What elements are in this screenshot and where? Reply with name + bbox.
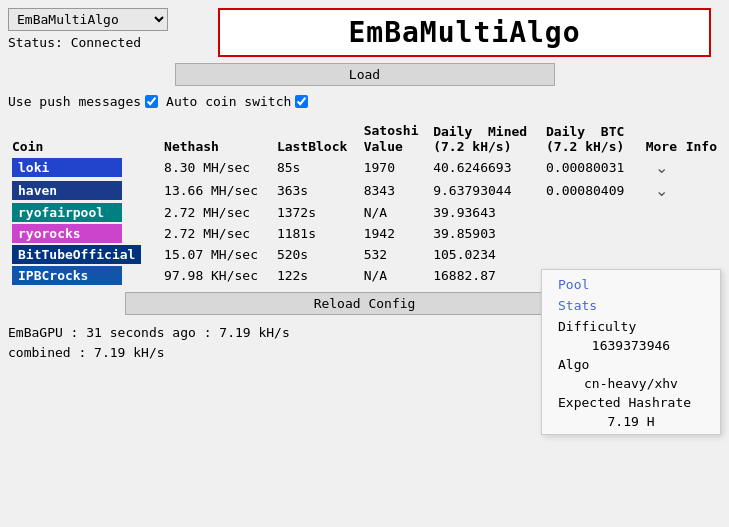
more-cell: ⌄ bbox=[642, 156, 682, 179]
coin-badge: ryofairpool bbox=[12, 203, 122, 222]
chevron-button[interactable]: ⌄ bbox=[651, 158, 672, 177]
table-row: BitTubeOfficial15.07 MH/sec520s532105.02… bbox=[8, 244, 721, 265]
more-cell bbox=[642, 223, 682, 244]
satoshi-cell: 8343 bbox=[360, 179, 430, 202]
options-row: Use push messages Auto coin switch bbox=[8, 94, 721, 109]
app-title: EmBaMultiAlgo bbox=[218, 8, 711, 57]
nethash-cell: 8.30 MH/sec bbox=[160, 156, 273, 179]
algo-select[interactable]: EmBaMultiAlgo bbox=[8, 8, 168, 31]
lastblock-cell: 363s bbox=[273, 179, 360, 202]
col-nethash: Nethash bbox=[160, 121, 273, 156]
more-cell: ⌄ bbox=[642, 179, 682, 202]
satoshi-cell: 1970 bbox=[360, 156, 430, 179]
main-container: EmBaMultiAlgo Status: Connected EmBaMult… bbox=[0, 0, 729, 370]
lastblock-cell: 85s bbox=[273, 156, 360, 179]
nethash-cell: 15.07 MH/sec bbox=[160, 244, 273, 265]
daily-btc-cell: 0.00080031 bbox=[542, 156, 642, 179]
more-cell bbox=[642, 244, 682, 265]
satoshi-cell: 1942 bbox=[360, 223, 430, 244]
col-coin: Coin bbox=[8, 121, 160, 156]
info-cell bbox=[682, 244, 721, 265]
daily-mined-cell: 39.85903 bbox=[429, 223, 542, 244]
algo-select-container: EmBaMultiAlgo bbox=[8, 8, 208, 31]
popup-expected-label: Expected Hashrate bbox=[542, 392, 720, 413]
coin-name-cell: loki bbox=[8, 156, 160, 179]
nethash-cell: 2.72 MH/sec bbox=[160, 223, 273, 244]
daily-mined-cell: 40.6246693 bbox=[429, 156, 542, 179]
status-text: Status: Connected bbox=[8, 35, 208, 50]
load-button[interactable]: Load bbox=[175, 63, 555, 86]
lastblock-cell: 520s bbox=[273, 244, 360, 265]
daily-btc-cell bbox=[542, 223, 642, 244]
nethash-cell: 2.72 MH/sec bbox=[160, 202, 273, 223]
auto-coin-switch-text: Auto coin switch bbox=[166, 94, 291, 109]
push-messages-text: Use push messages bbox=[8, 94, 141, 109]
info-cell bbox=[682, 202, 721, 223]
coin-name-cell: ryofairpool bbox=[8, 202, 160, 223]
col-daily-btc: Daily BTC(7.2 kH/s) bbox=[542, 121, 642, 156]
more-cell bbox=[642, 202, 682, 223]
daily-mined-cell: 16882.87 bbox=[429, 265, 542, 286]
lastblock-cell: 122s bbox=[273, 265, 360, 286]
coin-name-cell: ryorocks bbox=[8, 223, 160, 244]
coin-badge: IPBCrocks bbox=[12, 266, 122, 285]
daily-mined-cell: 105.0234 bbox=[429, 244, 542, 265]
load-btn-row: Load bbox=[8, 63, 721, 86]
col-daily-mined: Daily Mined(7.2 kH/s) bbox=[429, 121, 542, 156]
popup-difficulty-value: 1639373946 bbox=[542, 337, 720, 354]
popup-stats[interactable]: Stats bbox=[542, 295, 720, 316]
popup-algo-label: Algo bbox=[542, 354, 720, 375]
table-wrapper: Coin Nethash LastBlock SatoshiValue Dail… bbox=[8, 121, 721, 286]
daily-mined-cell: 39.93643 bbox=[429, 202, 542, 223]
push-messages-checkbox[interactable] bbox=[145, 95, 158, 108]
top-row: EmBaMultiAlgo Status: Connected EmBaMult… bbox=[8, 8, 721, 57]
daily-mined-cell: 9.63793044 bbox=[429, 179, 542, 202]
info-cell bbox=[682, 156, 721, 179]
popup-pool[interactable]: Pool bbox=[542, 274, 720, 295]
info-cell bbox=[682, 179, 721, 202]
satoshi-cell: 532 bbox=[360, 244, 430, 265]
coin-name-cell: BitTubeOfficial bbox=[8, 244, 160, 265]
table-row: haven13.66 MH/sec363s83439.637930440.000… bbox=[8, 179, 721, 202]
coin-name-cell: IPBCrocks bbox=[8, 265, 160, 286]
auto-coin-switch-label: Auto coin switch bbox=[166, 94, 308, 109]
popup-expected-value: 7.19 H bbox=[542, 413, 720, 430]
nethash-cell: 13.66 MH/sec bbox=[160, 179, 273, 202]
table-row: ryorocks2.72 MH/sec1181s194239.85903 bbox=[8, 223, 721, 244]
info-cell bbox=[682, 223, 721, 244]
col-lastblock: LastBlock bbox=[273, 121, 360, 156]
col-info: Info bbox=[682, 121, 721, 156]
lastblock-cell: 1181s bbox=[273, 223, 360, 244]
coin-name-cell: haven bbox=[8, 179, 160, 202]
col-satoshi: SatoshiValue bbox=[360, 121, 430, 156]
dropdown-popup: Pool Stats Difficulty 1639373946 Algo cn… bbox=[541, 269, 721, 435]
coin-badge: ryorocks bbox=[12, 224, 122, 243]
coin-badge: loki bbox=[12, 158, 122, 177]
status-label: Status: bbox=[8, 35, 63, 50]
status-value: Connected bbox=[71, 35, 141, 50]
reload-config-button[interactable]: Reload Config bbox=[125, 292, 605, 315]
coin-table: Coin Nethash LastBlock SatoshiValue Dail… bbox=[8, 121, 721, 286]
table-header: Coin Nethash LastBlock SatoshiValue Dail… bbox=[8, 121, 721, 156]
auto-coin-switch-checkbox[interactable] bbox=[295, 95, 308, 108]
chevron-button[interactable]: ⌄ bbox=[651, 181, 672, 200]
col-more: More bbox=[642, 121, 682, 156]
table-row: loki8.30 MH/sec85s197040.62466930.000800… bbox=[8, 156, 721, 179]
coin-tbody: loki8.30 MH/sec85s197040.62466930.000800… bbox=[8, 156, 721, 286]
coin-badge: haven bbox=[12, 181, 122, 200]
table-row: ryofairpool2.72 MH/sec1372sN/A39.93643 bbox=[8, 202, 721, 223]
push-messages-label: Use push messages bbox=[8, 94, 158, 109]
daily-btc-cell bbox=[542, 202, 642, 223]
coin-badge: BitTubeOfficial bbox=[12, 245, 141, 264]
popup-difficulty-label: Difficulty bbox=[542, 316, 720, 337]
satoshi-cell: N/A bbox=[360, 265, 430, 286]
daily-btc-cell: 0.00080409 bbox=[542, 179, 642, 202]
satoshi-cell: N/A bbox=[360, 202, 430, 223]
nethash-cell: 97.98 KH/sec bbox=[160, 265, 273, 286]
lastblock-cell: 1372s bbox=[273, 202, 360, 223]
popup-algo-value: cn-heavy/xhv bbox=[542, 375, 720, 392]
daily-btc-cell bbox=[542, 244, 642, 265]
left-panel: EmBaMultiAlgo Status: Connected bbox=[8, 8, 208, 50]
